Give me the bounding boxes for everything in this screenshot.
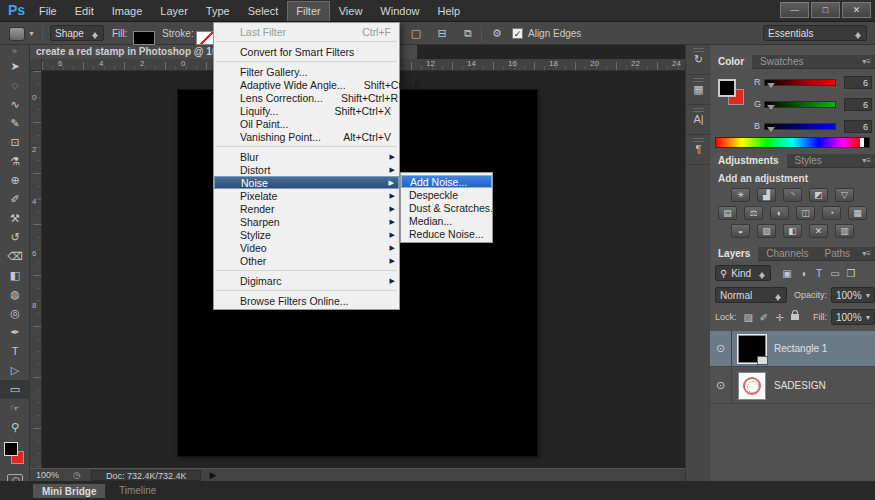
path-arrangement-icon[interactable]: ⧉ (458, 27, 478, 40)
menu-item-pixelate[interactable]: Pixelate▶ (214, 189, 399, 202)
menu-item-median[interactable]: Median... (401, 214, 492, 227)
lock-transparency-icon[interactable]: ▨ (741, 312, 757, 323)
quick-selection-tool[interactable]: ✎ (0, 114, 30, 133)
selective-color-icon[interactable]: ✕ (809, 224, 828, 238)
color-balance-icon[interactable]: ⚖ (744, 206, 763, 220)
menu-item-vanishing-point[interactable]: Vanishing Point...Alt+Ctrl+V (214, 130, 399, 143)
levels-icon[interactable]: ▟ (757, 188, 776, 202)
type-tool[interactable]: T (0, 342, 30, 361)
menu-item-filter-gallery[interactable]: Filter Gallery... (214, 65, 399, 78)
history-panel-icon[interactable]: ↻ (686, 45, 711, 75)
lock-pixels-icon[interactable]: ✐ (756, 312, 772, 323)
doc-size-field[interactable]: Doc: 732.4K/732.4K (91, 470, 202, 481)
move-tool[interactable]: ➤ (0, 57, 30, 76)
eraser-tool[interactable]: ⌫ (0, 247, 30, 266)
tab-channels[interactable]: Channels (758, 247, 816, 261)
blur-tool[interactable]: ◍ (0, 285, 30, 304)
color-spectrum-bar[interactable] (715, 137, 870, 148)
gear-icon[interactable]: ⚙ (487, 27, 507, 40)
brightness-contrast-icon[interactable]: ☀ (731, 188, 750, 202)
close-button[interactable]: ✕ (842, 2, 871, 18)
black-white-icon[interactable]: ◐ (770, 206, 789, 220)
menu-item-noise[interactable]: Noise▶ (214, 176, 399, 189)
brush-tool[interactable]: ✐ (0, 190, 30, 209)
menu-item-sharpen[interactable]: Sharpen▶ (214, 215, 399, 228)
tool-mode-select[interactable]: Shape (50, 25, 104, 41)
layer-row-sadesign[interactable]: ⊙ SADESIGN (710, 368, 875, 404)
fill-select[interactable]: 100% ▼ (831, 309, 875, 325)
photo-filter-icon[interactable]: ◫ (796, 206, 815, 220)
layer-thumbnail[interactable] (738, 335, 766, 363)
red-value[interactable]: 6 (844, 76, 872, 89)
zoom-level[interactable]: 100% (36, 470, 59, 480)
healing-brush-tool[interactable]: ⊕ (0, 171, 30, 190)
color-swatches[interactable] (716, 77, 750, 111)
menu-item-digimarc[interactable]: Digimarc▶ (214, 274, 399, 287)
tab-mini-bridge[interactable]: Mini Bridge (32, 483, 106, 498)
menu-item-add-noise[interactable]: Add Noise... (401, 175, 492, 188)
menu-item-dust-scratches[interactable]: Dust & Scratches... (401, 201, 492, 214)
tab-color[interactable]: Color (710, 55, 752, 69)
threshold-icon[interactable]: ◧ (783, 224, 802, 238)
panel-menu-icon[interactable]: ▾≡ (862, 57, 871, 66)
menu-item-liquify[interactable]: Liquify...Shift+Ctrl+X (214, 104, 399, 117)
layer-name[interactable]: SADESIGN (774, 380, 826, 391)
green-slider[interactable] (764, 101, 836, 108)
fill-swatch[interactable] (133, 31, 155, 45)
tab-swatches[interactable]: Swatches (752, 55, 811, 69)
menu-item-browse-filters-online[interactable]: Browse Filters Online... (214, 294, 399, 307)
filter-pixel-layers-icon[interactable]: ▣ (779, 268, 795, 279)
hue-saturation-icon[interactable]: ▤ (718, 206, 737, 220)
menu-view[interactable]: View (330, 1, 372, 21)
paragraph-panel-icon[interactable]: ¶ (686, 135, 711, 165)
menu-item-adaptive-wide-angle[interactable]: Adaptive Wide Angle...Shift+Ctrl+A (214, 78, 399, 91)
marquee-tool[interactable]: ◌ (0, 76, 30, 95)
tab-adjustments[interactable]: Adjustments (710, 154, 787, 168)
green-value[interactable]: 6 (844, 98, 872, 111)
pen-tool[interactable]: ✒ (0, 323, 30, 342)
align-edges-checkbox[interactable]: ✓ (512, 28, 523, 39)
menu-filter[interactable]: Filter (287, 1, 329, 21)
collapse-toolbar-icon[interactable]: » (0, 45, 29, 57)
menu-item-convert-smart-filters[interactable]: Convert for Smart Filters (214, 45, 399, 58)
path-alignment-icon[interactable]: ⊟ (432, 27, 452, 40)
tab-styles[interactable]: Styles (787, 154, 830, 168)
menu-edit[interactable]: Edit (66, 1, 103, 21)
tab-timeline[interactable]: Timeline (110, 483, 165, 498)
posterize-icon[interactable]: ▨ (757, 224, 776, 238)
red-slider[interactable] (764, 79, 836, 86)
path-selection-tool[interactable]: ▷ (0, 361, 30, 380)
lasso-tool[interactable]: ∿ (0, 95, 30, 114)
panel-menu-icon[interactable]: ▾≡ (862, 249, 871, 258)
layer-name[interactable]: Rectangle 1 (774, 343, 827, 354)
tool-preset-picker[interactable]: ▼ (9, 22, 35, 45)
properties-panel-icon[interactable]: ▦ (686, 75, 711, 105)
curves-icon[interactable]: ◝ (783, 188, 802, 202)
channel-mixer-icon[interactable]: ◔ (822, 206, 841, 220)
layer-filter-kind-select[interactable]: ⚲ Kind (715, 265, 771, 281)
menu-window[interactable]: Window (371, 1, 428, 21)
menu-item-blur[interactable]: Blur▶ (214, 150, 399, 163)
menu-item-video[interactable]: Video▶ (214, 241, 399, 254)
menu-type[interactable]: Type (197, 1, 239, 21)
menu-item-other[interactable]: Other▶ (214, 254, 399, 267)
status-expand-icon[interactable]: ▶ (209, 470, 216, 480)
clone-stamp-tool[interactable]: ⚒ (0, 209, 30, 228)
dodge-tool[interactable]: ◎ (0, 304, 30, 323)
menu-item-reduce-noise[interactable]: Reduce Noise... (401, 227, 492, 240)
filter-smart-objects-icon[interactable]: ❒ (843, 268, 859, 279)
layer-row-rectangle-1[interactable]: ⊙ Rectangle 1 (710, 331, 875, 367)
blue-slider[interactable] (764, 123, 836, 130)
tab-paths[interactable]: Paths (817, 247, 859, 261)
filter-type-layers-icon[interactable]: T (811, 268, 827, 279)
foreground-color-swatch[interactable] (718, 79, 736, 97)
menu-item-despeckle[interactable]: Despeckle (401, 188, 492, 201)
character-panel-icon[interactable]: A| (686, 105, 711, 135)
filter-adjustment-layers-icon[interactable]: ◑ (795, 268, 811, 279)
visibility-eye-icon[interactable]: ⊙ (710, 331, 732, 367)
menu-image[interactable]: Image (103, 1, 152, 21)
lock-position-icon[interactable]: ✛ (772, 312, 788, 323)
lock-all-icon[interactable] (791, 314, 799, 320)
blue-value[interactable]: 6 (844, 120, 872, 133)
vibrance-icon[interactable]: ▽ (835, 188, 854, 202)
